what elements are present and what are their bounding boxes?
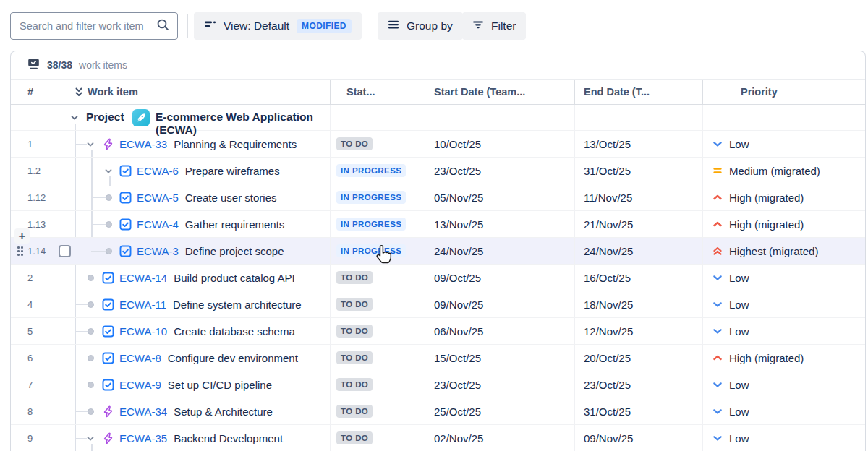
work-item-key-link[interactable]: ECWA-10 xyxy=(119,325,167,338)
work-item-summary[interactable]: Define system architecture xyxy=(173,298,302,311)
start-date-cell[interactable]: 23/Oct/25 xyxy=(425,158,574,184)
work-item-key-link[interactable]: ECWA-35 xyxy=(119,432,167,444)
priority-cell[interactable]: Low xyxy=(702,291,866,317)
column-header-priority[interactable]: Priority xyxy=(702,80,866,104)
work-item-row-ecwa-8[interactable]: 6ECWA-8Configure dev environmentTO DO15/… xyxy=(11,345,865,371)
work-item-summary[interactable]: Define project scope xyxy=(185,245,284,257)
work-item-row-ecwa-9[interactable]: 7ECWA-9Set up CI/CD pipelineTO DO23/Oct/… xyxy=(11,371,865,398)
priority-cell[interactable]: Low xyxy=(702,398,866,424)
work-item-key-link[interactable]: ECWA-3 xyxy=(137,245,179,257)
start-date-cell[interactable]: 06/Nov/25 xyxy=(425,318,574,344)
work-item-key-link[interactable]: ECWA-11 xyxy=(119,298,166,311)
status-badge[interactable]: TO DO xyxy=(336,405,373,418)
column-header-status[interactable]: Stat... xyxy=(330,80,425,104)
expand-chevron-icon[interactable] xyxy=(85,433,96,447)
work-item-summary[interactable]: Gather requirements xyxy=(185,218,285,231)
work-item-row-ecwa-34[interactable]: 8ECWA-34Setup & ArchitectureTO DO25/Oct/… xyxy=(11,398,865,425)
start-date-cell[interactable]: 15/Oct/25 xyxy=(425,345,574,371)
drag-handle-icon[interactable] xyxy=(17,246,23,256)
work-item-key-link[interactable]: ECWA-14 xyxy=(119,272,167,284)
status-badge[interactable]: TO DO xyxy=(336,351,373,364)
search-box[interactable] xyxy=(10,12,178,40)
work-item-row-ecwa-33[interactable]: 1ECWA-33Planning & RequirementsTO DO10/O… xyxy=(11,131,865,158)
priority-cell[interactable]: High (migrated) xyxy=(702,211,866,237)
start-date-cell[interactable]: 09/Oct/25 xyxy=(425,265,574,291)
search-input[interactable] xyxy=(20,20,156,32)
priority-cell[interactable]: Low xyxy=(702,425,866,451)
group-by-button[interactable]: Group by xyxy=(378,12,463,40)
start-date-cell[interactable]: 25/Oct/25 xyxy=(425,398,574,424)
status-badge[interactable]: TO DO xyxy=(336,378,373,391)
priority-cell[interactable]: High (migrated) xyxy=(702,345,866,371)
priority-cell[interactable]: Low xyxy=(702,371,866,398)
work-item-row-ecwa-10[interactable]: 5ECWA-10Create database schemaTO DO06/No… xyxy=(11,318,865,345)
collapse-all-icon[interactable] xyxy=(73,86,85,100)
start-date-cell[interactable]: 24/Nov/25 xyxy=(425,238,574,264)
priority-cell[interactable]: Low xyxy=(702,265,866,291)
work-item-summary[interactable]: Setup & Architecture xyxy=(174,405,273,418)
column-header-number[interactable]: # xyxy=(27,86,33,98)
start-date-cell[interactable]: 09/Nov/25 xyxy=(425,291,574,317)
status-badge[interactable]: TO DO xyxy=(336,137,373,150)
work-item-row-ecwa-3[interactable]: 1.14ECWA-3Define project scopeIN PROGRES… xyxy=(11,238,865,265)
add-work-item-button[interactable]: + xyxy=(14,228,30,244)
work-item-key-link[interactable]: ECWA-8 xyxy=(119,352,161,364)
expand-chevron-icon[interactable] xyxy=(85,139,96,153)
column-header-start-date[interactable]: Start Date (Team... xyxy=(425,80,574,104)
end-date-cell[interactable]: 16/Oct/25 xyxy=(574,265,702,291)
end-date-cell[interactable]: 18/Nov/25 xyxy=(574,291,702,317)
end-date-cell[interactable]: 11/Nov/25 xyxy=(574,184,702,210)
work-item-key-link[interactable]: ECWA-34 xyxy=(119,405,167,418)
status-badge[interactable]: TO DO xyxy=(336,431,373,444)
work-item-summary[interactable]: Configure dev environment xyxy=(168,352,298,364)
status-badge[interactable]: TO DO xyxy=(336,298,373,311)
work-item-summary[interactable]: Planning & Requirements xyxy=(174,138,297,150)
status-badge[interactable]: TO DO xyxy=(336,325,373,338)
work-item-summary[interactable]: Build product catalog API xyxy=(174,272,295,284)
start-date-cell[interactable]: 13/Nov/25 xyxy=(425,211,574,237)
start-date-cell[interactable]: 23/Oct/25 xyxy=(425,371,574,398)
end-date-cell[interactable]: 20/Oct/25 xyxy=(574,345,702,371)
work-item-key-link[interactable]: ECWA-33 xyxy=(119,138,167,150)
column-header-end-date[interactable]: End Date (T... xyxy=(574,80,702,104)
work-item-summary[interactable]: Create database schema xyxy=(174,325,295,338)
start-date-cell[interactable]: 05/Nov/25 xyxy=(425,184,574,210)
end-date-cell[interactable]: 24/Nov/25 xyxy=(574,238,702,264)
priority-cell[interactable]: Low xyxy=(702,318,866,344)
project-row[interactable]: Project E-commerce Web Application (ECWA… xyxy=(11,105,865,131)
end-date-cell[interactable]: 31/Oct/25 xyxy=(574,158,702,184)
priority-cell[interactable]: Low xyxy=(702,131,866,157)
status-badge[interactable]: IN PROGRESS xyxy=(336,218,406,231)
end-date-cell[interactable]: 23/Oct/25 xyxy=(574,371,702,398)
status-badge[interactable]: TO DO xyxy=(336,271,373,284)
work-item-key-link[interactable]: ECWA-9 xyxy=(119,379,161,391)
end-date-cell[interactable]: 12/Nov/25 xyxy=(574,318,702,344)
row-select-checkbox[interactable] xyxy=(59,245,71,257)
end-date-cell[interactable]: 31/Oct/25 xyxy=(574,398,702,424)
work-item-key-link[interactable]: ECWA-6 xyxy=(137,165,179,177)
work-item-summary[interactable]: Create user stories xyxy=(185,192,277,204)
view-button[interactable]: View: Default MODIFIED xyxy=(194,12,362,40)
work-item-summary[interactable]: Prepare wireframes xyxy=(185,165,280,177)
priority-cell[interactable]: Medium (migrated) xyxy=(702,158,866,184)
work-item-row-ecwa-35[interactable]: 9ECWA-35Backend DevelopmentTO DO02/Nov/2… xyxy=(11,425,865,451)
end-date-cell[interactable]: 21/Nov/25 xyxy=(574,211,702,237)
work-item-key-link[interactable]: ECWA-5 xyxy=(137,192,179,204)
priority-cell[interactable]: High (migrated) xyxy=(702,184,866,210)
work-item-row-ecwa-11[interactable]: 4ECWA-11Define system architectureTO DO0… xyxy=(11,291,865,318)
project-expand-chevron-icon[interactable] xyxy=(69,112,80,126)
start-date-cell[interactable]: 10/Oct/25 xyxy=(425,131,574,157)
priority-cell[interactable]: Highest (migrated) xyxy=(702,238,866,264)
work-item-row-ecwa-6[interactable]: 1.2ECWA-6Prepare wireframesIN PROGRESS23… xyxy=(11,158,865,184)
end-date-cell[interactable]: 09/Nov/25 xyxy=(574,425,702,451)
status-badge[interactable]: IN PROGRESS xyxy=(336,244,406,257)
status-badge[interactable]: IN PROGRESS xyxy=(336,191,406,204)
end-date-cell[interactable]: 13/Oct/25 xyxy=(574,131,702,157)
filter-button[interactable]: Filter xyxy=(462,12,526,40)
work-item-summary[interactable]: Backend Development xyxy=(174,432,283,444)
work-item-row-ecwa-4[interactable]: 1.13ECWA-4Gather requirementsIN PROGRESS… xyxy=(11,211,865,238)
expand-chevron-icon[interactable] xyxy=(103,166,114,180)
start-date-cell[interactable]: 02/Nov/25 xyxy=(425,425,574,451)
column-header-work-item[interactable]: Work item xyxy=(88,86,138,98)
status-badge[interactable]: IN PROGRESS xyxy=(336,164,406,177)
